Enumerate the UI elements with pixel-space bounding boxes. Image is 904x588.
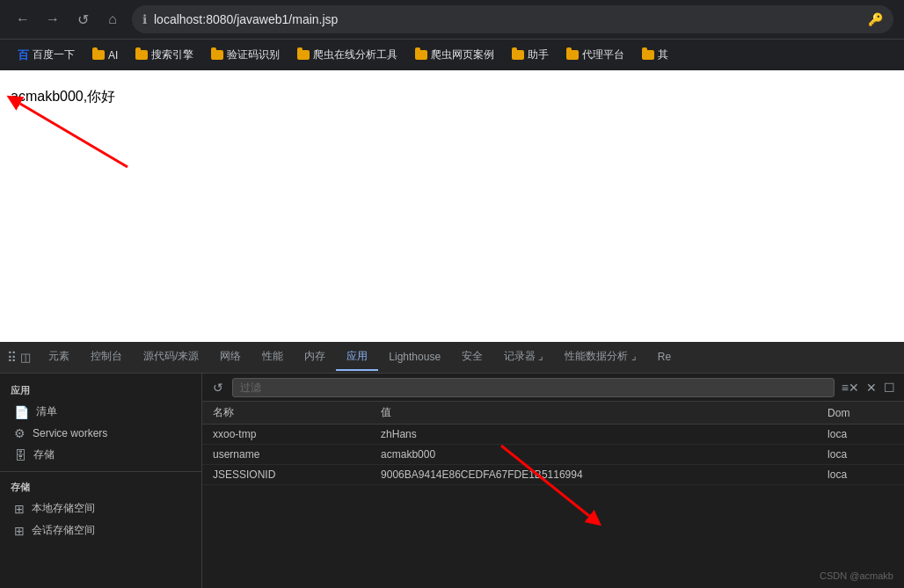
sidebar-sw-label: Service workers <box>33 427 107 439</box>
sidebar-item-manifest[interactable]: 📄 清单 <box>0 401 201 423</box>
bookmark-spider-case[interactable]: 爬虫网页案例 <box>408 46 501 64</box>
cell-name-1: username <box>202 445 370 465</box>
cell-value-0: zhHans <box>370 425 817 445</box>
tab-recorder[interactable]: 记录器 ⌟ <box>493 344 554 371</box>
expand-icon-local: ⊞ <box>14 502 25 516</box>
devtools-sidebar: 应用 📄 清单 ⚙ Service workers 🗄 存储 存储 ⊞ 本地 <box>0 374 202 588</box>
page-content: acmakb000,你好 <box>0 70 904 343</box>
sidebar-item-local-storage[interactable]: ⊞ 本地存储空间 <box>0 497 201 519</box>
bookmark-proxy-label: 代理平台 <box>582 47 624 62</box>
folder-icon-7 <box>566 50 579 60</box>
folder-icon-2 <box>135 50 148 60</box>
bookmark-spider-tool[interactable]: 爬虫在线分析工具 <box>290 46 405 64</box>
devtools-main-wrapper: ↺ ≡✕ ✕ ☐ 名称 <box>202 374 904 588</box>
bookmark-other[interactable]: 其 <box>635 46 675 64</box>
col-domain: Dom <box>817 402 904 425</box>
bookmark-spider-tool-label: 爬虫在线分析工具 <box>313 47 397 62</box>
tab-performance-insights[interactable]: 性能数据分析 ⌟ <box>554 344 646 371</box>
sidebar-item-session-storage[interactable]: ⊞ 会话存储空间 <box>0 519 201 541</box>
sidebar-session-storage-label: 会话存储空间 <box>32 523 95 538</box>
table-row[interactable]: xxoo-tmp zhHans loca <box>202 425 904 445</box>
svg-line-1 <box>20 104 128 167</box>
devtools-panel: ⠿ ◫ 元素 控制台 源代码/来源 网络 性能 内存 应用 Lighthouse… <box>0 342 904 588</box>
browser-nav: ← → ↺ ⌂ ℹ localhost:8080/javaweb1/main.j… <box>0 0 904 39</box>
browser-chrome: ← → ↺ ⌂ ℹ localhost:8080/javaweb1/main.j… <box>0 0 904 70</box>
refresh-button[interactable]: ↺ <box>209 379 227 396</box>
folder-icon <box>92 50 105 60</box>
sidebar-section-storage: 存储 <box>0 477 201 497</box>
devtools-toolbar: ↺ ≡✕ ✕ ☐ <box>202 374 904 402</box>
sidebar-item-storage[interactable]: 🗄 存储 <box>0 444 201 466</box>
security-icon: ℹ <box>142 12 147 26</box>
reload-button[interactable]: ↺ <box>70 7 95 32</box>
table-container: 名称 值 Dom xxoo-tmp zhHans loca <box>202 402 904 588</box>
cell-domain-1: loca <box>817 445 904 465</box>
bookmark-captcha[interactable]: 验证码识别 <box>204 46 287 64</box>
cell-value-1: acmakb000 <box>370 445 817 465</box>
devtools-tabs: ⠿ ◫ 元素 控制台 源代码/来源 网络 性能 内存 应用 Lighthouse… <box>0 342 904 374</box>
table-row[interactable]: JSESSIONID 9006BA9414E86CEDFA67FDE1B5116… <box>202 465 904 485</box>
tab-console[interactable]: 控制台 <box>80 344 133 371</box>
data-table: 名称 值 Dom xxoo-tmp zhHans loca <box>202 402 904 485</box>
folder-icon-4 <box>297 50 310 60</box>
more-button[interactable]: ☐ <box>882 379 897 396</box>
devtools-drag-icon: ⠿ <box>7 350 17 366</box>
folder-icon-6 <box>512 50 524 60</box>
bookmark-baidu[interactable]: 百 百度一下 <box>11 46 82 65</box>
cell-name-0: xxoo-tmp <box>202 425 370 445</box>
key-icon: 🔑 <box>868 12 883 26</box>
sidebar-storage-label: 存储 <box>33 447 55 462</box>
cell-name-2: JSESSIONID <box>202 465 370 485</box>
devtools-inspect-icon: ◫ <box>20 351 31 364</box>
sw-icon: ⚙ <box>14 426 26 440</box>
cell-domain-0: loca <box>817 425 904 445</box>
devtools-body: 应用 📄 清单 ⚙ Service workers 🗄 存储 存储 ⊞ 本地 <box>0 374 904 588</box>
back-button[interactable]: ← <box>11 7 35 32</box>
sidebar-manifest-label: 清单 <box>36 404 57 419</box>
tab-application[interactable]: 应用 <box>336 344 378 371</box>
bookmark-other-label: 其 <box>658 47 668 62</box>
bookmark-proxy[interactable]: 代理平台 <box>559 46 631 64</box>
bookmarks-bar: 百 百度一下 AI 搜索引擎 验证码识别 爬虫在线分析工具 爬虫网页案例 <box>0 39 904 70</box>
col-value: 值 <box>370 402 817 425</box>
table-row[interactable]: username acmakb000 loca <box>202 445 904 465</box>
col-name: 名称 <box>202 402 370 425</box>
filter-icon-button[interactable]: ≡✕ <box>840 379 861 396</box>
filter-input[interactable] <box>232 378 835 397</box>
sidebar-local-storage-label: 本地存储空间 <box>32 501 95 516</box>
tab-network[interactable]: 网络 <box>209 344 252 371</box>
url-text: localhost:8080/javaweb1/main.jsp <box>154 12 338 26</box>
bookmark-search-engine[interactable]: 搜索引擎 <box>128 46 200 64</box>
bookmark-ai-label: AI <box>108 49 118 62</box>
bookmark-spider-case-label: 爬虫网页案例 <box>431 47 494 62</box>
folder-icon-8 <box>642 50 654 60</box>
close-panel-button[interactable]: ✕ <box>864 379 878 396</box>
bookmark-search-label: 搜索引擎 <box>151 47 193 62</box>
bookmark-baidu-label: 百度一下 <box>33 47 75 62</box>
greeting-text: acmakb000,你好 <box>11 88 115 106</box>
sidebar-item-service-workers[interactable]: ⚙ Service workers <box>0 423 201 444</box>
nav-buttons: ← → ↺ ⌂ <box>11 7 125 32</box>
bookmark-ai[interactable]: AI <box>85 47 125 63</box>
db-icon: 🗄 <box>14 448 26 462</box>
doc-icon: 📄 <box>14 405 29 419</box>
tab-security[interactable]: 安全 <box>451 344 493 371</box>
address-bar[interactable]: ℹ localhost:8080/javaweb1/main.jsp 🔑 <box>132 5 893 33</box>
bookmark-captcha-label: 验证码识别 <box>227 47 280 62</box>
tab-sources[interactable]: 源代码/来源 <box>133 344 209 371</box>
tab-elements[interactable]: 元素 <box>38 344 80 371</box>
expand-icon-session: ⊞ <box>14 524 25 538</box>
tab-memory[interactable]: 内存 <box>294 344 336 371</box>
home-button[interactable]: ⌂ <box>100 7 125 32</box>
cell-domain-2: loca <box>817 465 904 485</box>
tab-performance[interactable]: 性能 <box>252 344 294 371</box>
sidebar-section-app: 应用 <box>0 381 201 401</box>
tab-re[interactable]: Re <box>647 345 682 370</box>
toolbar-icons: ≡✕ ✕ ☐ <box>840 379 897 396</box>
watermark: CSDN @acmakb <box>820 570 893 581</box>
tab-lighthouse[interactable]: Lighthouse <box>378 345 451 370</box>
folder-icon-5 <box>415 50 427 60</box>
folder-icon-3 <box>211 50 223 60</box>
bookmark-assistant[interactable]: 助手 <box>505 46 556 64</box>
forward-button[interactable]: → <box>40 7 65 32</box>
